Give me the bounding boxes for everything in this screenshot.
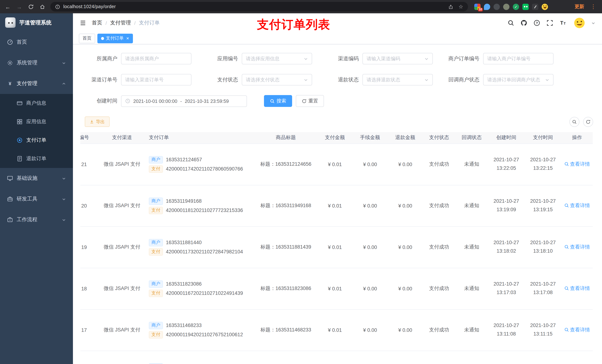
active-tab-dot <box>101 37 104 40</box>
browser-update-button[interactable]: 更新 <box>575 3 584 10</box>
site-info-icon[interactable] <box>55 4 60 9</box>
cell-fee: ¥ 0.00 <box>353 268 388 309</box>
view-detail-label: 查看详情 <box>570 285 590 292</box>
back-button[interactable]: ← <box>4 3 11 10</box>
sidebar-item-merchant-info[interactable]: 商户信息 <box>0 94 73 113</box>
table-row: 商户支付 <box>80 351 593 364</box>
column-header: 回调状态 <box>455 132 488 144</box>
date-end-value: 2021-10-31 23:59:59 <box>185 98 229 104</box>
share-icon[interactable] <box>449 4 453 9</box>
filter-select-app[interactable]: 请选择应用信息 <box>242 53 312 64</box>
sidebar-item-dev-tools[interactable]: 研发工具 <box>0 189 73 209</box>
filter-input-merchant[interactable]: 请选择所属商户 <box>121 53 191 64</box>
cell-title: 标题：1635311823086 <box>254 268 317 309</box>
column-header: 支付金额 <box>317 132 353 144</box>
merchant-tag: 商户 <box>149 280 163 288</box>
cell-id: 21 <box>80 144 99 185</box>
filter-select-notify-status[interactable]: 请选择订单回调商户状态 <box>483 74 553 85</box>
cell-order: 商户1635311949168支付42000011812021102777232… <box>145 185 254 226</box>
home-button[interactable] <box>39 4 45 10</box>
sidebar-item-label: 支付管理 <box>17 80 37 87</box>
cell-order: 商户1635311823086支付42000011672021102710224… <box>145 268 254 309</box>
refresh-button[interactable] <box>27 4 34 10</box>
url-text: localhost:1024/pay/order <box>63 4 116 9</box>
document-icon <box>17 156 22 162</box>
view-detail-link[interactable]: 查看详情 <box>564 202 590 209</box>
chevron-down-icon <box>424 77 429 82</box>
view-detail-link[interactable]: 查看详情 <box>564 244 590 250</box>
table-row: 19微信 JSAPI 支付商户1635311881440支付4200001173… <box>80 226 593 268</box>
chevron-down-icon <box>304 56 308 61</box>
sidebar-item-system[interactable]: 系统管理 <box>0 52 73 73</box>
drop-icon[interactable] <box>484 3 490 10</box>
column-header: 编号 <box>80 132 99 144</box>
screen: ← → localhost:1024/pay/order ☆ 10 更新 ⋮ 芋… <box>0 0 602 364</box>
placeholder-text: 请选择订单回调商户状态 <box>487 76 545 83</box>
refresh-table-button[interactable] <box>583 117 593 127</box>
breadcrumb-item[interactable]: 首页 <box>92 20 102 26</box>
forward-button[interactable]: → <box>16 3 22 10</box>
view-detail-link[interactable]: 查看详情 <box>564 161 590 167</box>
reset-button[interactable]: 重置 <box>296 95 324 107</box>
sidebar-item-label: 应用信息 <box>26 118 46 125</box>
filter-label: 应用编号 <box>201 55 242 62</box>
olive-circle-icon[interactable] <box>503 3 509 10</box>
close-icon[interactable]: × <box>126 36 129 41</box>
view-detail-link[interactable]: 查看详情 <box>564 327 590 333</box>
cell-title: 标题：1635311881439 <box>254 226 317 268</box>
bookmark-star-icon[interactable]: ☆ <box>459 4 463 10</box>
filter-input-channel-order-no[interactable]: 请输入渠道订单号 <box>121 74 191 85</box>
cell-notify: 未通知 <box>455 268 488 309</box>
chevron-down-icon[interactable] <box>591 21 595 25</box>
tab-home[interactable]: 首页 <box>79 33 95 43</box>
search-icon[interactable] <box>508 20 514 26</box>
breadcrumb-item[interactable]: 支付管理 <box>110 20 131 26</box>
breadcrumb-separator: / <box>134 20 136 26</box>
filter-select-pay-status[interactable]: 请选择支付状态 <box>242 74 312 85</box>
merchant-order-no: 1635312124657 <box>166 157 202 162</box>
cell-fee: ¥ 0.00 <box>353 226 388 268</box>
filter-label: 退款状态 <box>322 76 363 83</box>
date-range-input[interactable]: 2021-10-01 00:00:00 - 2021-10-31 23:59:5… <box>121 95 247 107</box>
sidebar-item-workflow[interactable]: 工作流程 <box>0 209 73 230</box>
sidebar-item-refund-order[interactable]: 退款订单 <box>0 149 73 168</box>
tab-pay-order[interactable]: 支付订单× <box>97 33 133 43</box>
sidebar-item-infrastructure[interactable]: 基础设施 <box>0 168 73 189</box>
browser-menu-icon[interactable]: ⋮ <box>589 3 598 10</box>
cell-amount: ¥ 0.01 <box>317 144 353 185</box>
view-detail-link[interactable]: 查看详情 <box>564 285 590 292</box>
dark-circle-icon[interactable] <box>494 3 500 10</box>
table-row: 21微信 JSAPI 支付商户1635312124657支付4200001174… <box>80 144 593 185</box>
font-size-icon[interactable]: TT <box>559 20 566 26</box>
filter-select-refund-status[interactable]: 请选择退款状态 <box>363 74 433 85</box>
cell-pay-time: 2021-10-2713:11:15 <box>525 309 561 351</box>
help-icon[interactable]: ? <box>534 20 540 26</box>
filter-label: 渠道订单号 <box>80 76 121 83</box>
menu-fold-icon[interactable] <box>80 20 86 26</box>
search-icon <box>270 99 275 104</box>
wechat-devtools-icon[interactable] <box>522 3 529 10</box>
pay-tag: 支付 <box>149 331 163 338</box>
sidebar-item-app-info[interactable]: 应用信息 <box>0 113 73 131</box>
extensions-puzzle-icon[interactable]: 10 <box>474 3 481 10</box>
pin-icon[interactable] <box>532 3 538 10</box>
filter-input-merchant-order-no[interactable]: 请输入商户订单编号 <box>483 53 553 64</box>
fullscreen-icon[interactable] <box>547 20 553 26</box>
pay-order-no: 4200001167202110271022491439 <box>166 290 243 296</box>
sidebar-item-payment[interactable]: ¥支付管理 <box>0 73 73 94</box>
toggle-search-button[interactable] <box>570 117 580 127</box>
cell-notify: 未通知 <box>455 309 488 351</box>
sidebar-item-pay-order[interactable]: 支付订单 <box>0 131 73 149</box>
github-icon[interactable] <box>521 20 527 26</box>
cell-title: 标题：1635312124656 <box>254 144 317 185</box>
smiley-icon[interactable] <box>542 3 548 10</box>
user-avatar[interactable] <box>574 17 585 29</box>
search-button[interactable]: 搜索 <box>264 95 292 107</box>
sidebar-item-label: 退款订单 <box>26 155 46 162</box>
green-check-icon[interactable] <box>513 3 519 10</box>
address-bar[interactable]: localhost:1024/pay/order ☆ <box>50 2 468 11</box>
export-button[interactable]: 导出 <box>85 116 110 127</box>
download-icon <box>90 119 94 124</box>
sidebar-item-home[interactable]: 首页 <box>0 32 73 52</box>
filter-select-channel-code[interactable]: 请输入渠道编码 <box>363 53 433 64</box>
